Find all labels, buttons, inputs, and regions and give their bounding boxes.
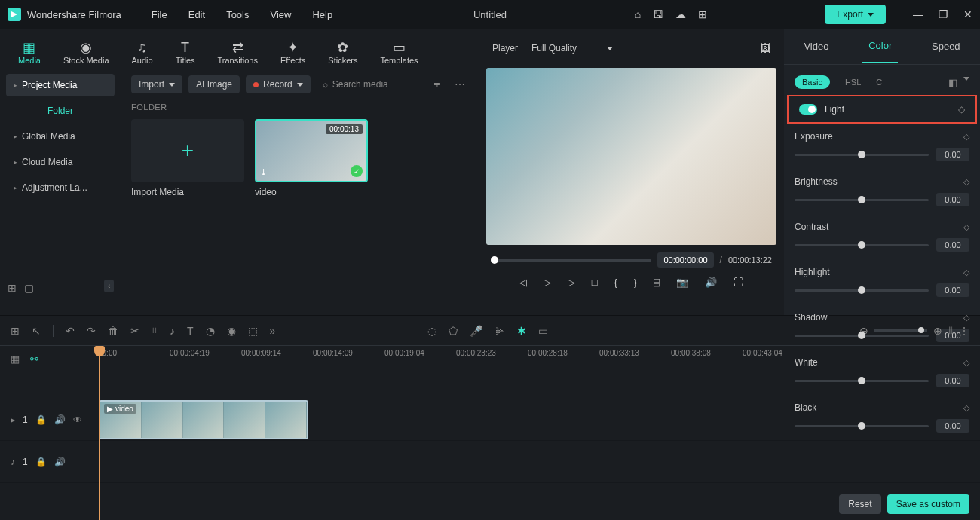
save-icon[interactable]: 🖫 (653, 8, 663, 20)
minimize-icon[interactable]: — (913, 8, 923, 20)
text-icon[interactable]: T (187, 325, 194, 337)
device-icon[interactable]: ⌂ (635, 8, 641, 20)
more-tools-icon[interactable]: » (270, 325, 276, 337)
grid-icon[interactable]: ⊞ (11, 325, 20, 337)
subtab-hsl[interactable]: HSL (845, 78, 861, 87)
reset-button[interactable]: Reset (839, 494, 880, 514)
media-item-video[interactable]: 00:00:13 ⤓ ✓ video (255, 119, 368, 197)
camera-icon[interactable]: 📷 (676, 277, 688, 288)
collapse-sidebar-button[interactable]: ‹ (104, 280, 114, 292)
menu-tools[interactable]: Tools (226, 9, 249, 20)
display-icon[interactable]: ⌸ (654, 277, 660, 288)
tab-video[interactable]: Video (798, 30, 835, 63)
search-input[interactable]: ⌕Search media (317, 75, 423, 93)
menu-help[interactable]: Help (312, 9, 332, 20)
tab-color[interactable]: Color (862, 29, 898, 63)
video-track[interactable]: ▸ 1 🔒 🔊 👁 ▶video (0, 399, 980, 441)
render-icon[interactable]: ▭ (538, 325, 548, 337)
split-icon[interactable]: ✂ (130, 325, 139, 337)
import-media-tile[interactable]: + Import Media (131, 119, 244, 197)
sidebar-cloud-media[interactable]: ▸Cloud Media (6, 151, 115, 173)
shadow-slider[interactable] (795, 335, 929, 337)
sidebar-adjustment-layer[interactable]: ▸Adjustment La... (6, 176, 115, 199)
compare-icon[interactable]: ◧ (948, 77, 957, 88)
module-transitions[interactable]: ⇄Transitions (213, 39, 262, 65)
music-icon[interactable]: ♪ (170, 325, 175, 337)
visibility-icon[interactable]: 👁 (73, 414, 82, 425)
lock-icon[interactable]: 🔒 (35, 414, 47, 425)
color-icon[interactable]: ◉ (227, 325, 236, 337)
sidebar-global-media[interactable]: ▸Global Media (6, 125, 115, 148)
undo-icon[interactable]: ↶ (66, 325, 75, 337)
menu-file[interactable]: File (152, 9, 167, 20)
white-slider[interactable] (795, 380, 929, 382)
module-audio[interactable]: ♫Audio (127, 40, 158, 65)
audio-track[interactable]: ♪ 1 🔒 🔊 (0, 441, 980, 483)
fullscreen-icon[interactable]: ⛶ (733, 277, 743, 288)
light-toggle[interactable] (799, 104, 817, 115)
more-icon[interactable]: ⋯ (452, 78, 468, 90)
sidebar-project-media[interactable]: ▸Project Media (6, 74, 115, 96)
export-button[interactable]: Export (825, 5, 886, 24)
speed-icon[interactable]: ◔ (206, 325, 215, 337)
mixer-icon[interactable]: ⫸ (495, 325, 505, 337)
preview-scrubber[interactable] (491, 259, 651, 262)
zoom-slider[interactable] (874, 329, 927, 332)
brightness-slider[interactable] (795, 199, 929, 201)
mark-in-icon[interactable]: { (614, 277, 617, 288)
play-forward-icon[interactable]: ▷ (568, 277, 575, 288)
filter-icon[interactable]: ⫧ (429, 78, 446, 90)
reset-icon[interactable]: ◇ (963, 132, 969, 142)
close-icon[interactable]: ✕ (963, 8, 972, 20)
module-templates[interactable]: ▭Templates (375, 39, 422, 65)
timeline-clip[interactable]: ▶video (99, 400, 308, 439)
stop-icon[interactable]: □ (592, 277, 598, 288)
zoom-fit-icon[interactable]: ⫴ (948, 324, 953, 337)
track-menu-icon[interactable]: ▦ (11, 353, 20, 365)
contrast-value[interactable]: 0.00 (936, 238, 969, 252)
snapshot-icon[interactable]: 🖼 (760, 42, 770, 54)
white-value[interactable]: 0.00 (936, 374, 969, 387)
ai-image-button[interactable]: AI Image (188, 75, 240, 93)
import-button[interactable]: Import (131, 75, 182, 93)
reset-icon[interactable]: ◇ (963, 177, 969, 187)
zoom-menu-icon[interactable]: ⋮ (959, 325, 969, 337)
auto-icon[interactable]: ✱ (517, 325, 526, 337)
save-as-custom-button[interactable]: Save as custom (887, 494, 969, 514)
mark-out-icon[interactable]: } (634, 277, 637, 288)
snap-icon[interactable]: ◌ (427, 325, 436, 337)
reset-icon[interactable]: ◇ (958, 104, 965, 115)
reset-icon[interactable]: ◇ (963, 222, 969, 232)
quality-dropdown[interactable]: Full Quality (531, 43, 613, 54)
chevron-down-icon[interactable] (963, 77, 969, 81)
module-stickers[interactable]: ✿Stickers (323, 39, 362, 65)
exposure-slider[interactable] (795, 154, 929, 156)
contrast-slider[interactable] (795, 244, 929, 246)
record-button[interactable]: Record (246, 75, 311, 93)
new-folder-icon[interactable]: ⊞ (8, 282, 17, 294)
module-titles[interactable]: TTitles (171, 40, 200, 65)
mute-icon[interactable]: 🔊 (54, 414, 66, 425)
cloud-icon[interactable]: ☁ (675, 8, 686, 20)
maximize-icon[interactable]: ❐ (939, 8, 948, 20)
volume-icon[interactable]: 🔊 (705, 277, 717, 288)
module-stock-media[interactable]: ◉Stock Media (59, 39, 114, 65)
apps-icon[interactable]: ⊞ (698, 8, 707, 20)
module-media[interactable]: ▦Media (14, 39, 45, 65)
reset-icon[interactable]: ◇ (963, 313, 969, 323)
link-icon[interactable]: ⚯ (30, 353, 38, 365)
reset-icon[interactable]: ◇ (963, 268, 969, 277)
tab-speed[interactable]: Speed (926, 30, 966, 63)
zoom-in-icon[interactable]: ⊕ (933, 325, 942, 337)
keyframe-icon[interactable]: ⬚ (248, 325, 258, 337)
sidebar-folder[interactable]: Folder (6, 99, 115, 122)
pointer-icon[interactable]: ↖ (32, 325, 41, 337)
menu-edit[interactable]: Edit (188, 9, 205, 20)
mic-icon[interactable]: 🎤 (470, 325, 482, 337)
highlight-value[interactable]: 0.00 (936, 283, 969, 297)
prev-frame-icon[interactable]: ◁ (519, 277, 527, 288)
highlight-slider[interactable] (795, 289, 929, 292)
marker-icon[interactable]: ⬠ (449, 325, 458, 337)
subtab-basic[interactable]: Basic (795, 75, 830, 89)
redo-icon[interactable]: ↷ (87, 325, 96, 337)
